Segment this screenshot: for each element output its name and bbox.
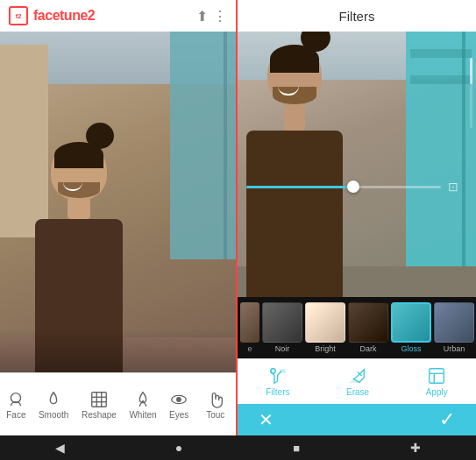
erase-icon	[348, 366, 367, 386]
filter-noir[interactable]: Noir	[262, 302, 302, 353]
filter-noir-label: Noir	[275, 344, 290, 353]
person-right	[246, 131, 343, 297]
nav-bar: ◀ ● ■ ✚	[0, 435, 476, 460]
whiten-icon	[133, 390, 153, 409]
apply-icon	[427, 366, 446, 386]
action-apply[interactable]: Apply	[426, 366, 448, 397]
logo-box: f2	[9, 6, 28, 25]
tool-whiten-label: Whiten	[129, 410, 156, 420]
svg-rect-10	[430, 369, 444, 384]
tool-face-label: Face	[6, 410, 25, 420]
upload-icon[interactable]: ⬆	[196, 8, 208, 25]
filters-label: Filters	[266, 387, 289, 397]
left-header: f2 facetune2 ⬆ ⋮	[0, 0, 238, 32]
svg-point-8	[281, 370, 286, 373]
plus-nav-icon[interactable]: ✚	[410, 441, 421, 455]
tool-touch[interactable]: Touc	[202, 390, 230, 420]
scroll-bar	[470, 58, 472, 128]
left-image	[0, 32, 236, 372]
tool-eyes[interactable]: Eyes	[169, 390, 188, 420]
right-panel: ⊡ e Noir Bright	[238, 32, 476, 435]
right-image: ⊡	[238, 32, 476, 297]
svg-point-0	[11, 393, 21, 402]
filter-bright-label: Bright	[315, 344, 336, 353]
left-toolbar: Face Smooth Reshape	[0, 372, 236, 435]
tool-smooth[interactable]: Smooth	[39, 390, 68, 420]
slider-thumb[interactable]	[347, 180, 359, 193]
tool-whiten[interactable]: Whiten	[129, 390, 156, 420]
slider-container[interactable]: ⊡	[246, 180, 458, 194]
tool-reshape-label: Reshape	[82, 410, 117, 420]
cancel-button[interactable]: ✕	[259, 409, 274, 430]
filter-strip: e Noir Bright Dark Gloss	[238, 297, 476, 358]
back-nav-icon[interactable]: ◀	[55, 441, 65, 455]
more-icon[interactable]: ⋮	[213, 8, 227, 25]
right-header: Filters	[238, 0, 476, 32]
action-filters[interactable]: Filters	[266, 366, 289, 397]
reshape-icon	[89, 390, 109, 409]
touch-icon	[206, 390, 225, 409]
filters-icon	[268, 366, 288, 386]
smooth-icon	[44, 390, 63, 409]
apply-label: Apply	[426, 387, 448, 397]
action-erase[interactable]: Erase	[346, 366, 369, 397]
eyes-icon	[169, 390, 188, 409]
filter-urban[interactable]: Urban	[434, 302, 474, 353]
app-title: facetune2	[33, 8, 95, 24]
filter-gloss-label: Gloss	[401, 344, 421, 353]
tool-touch-label: Touc	[206, 410, 224, 420]
face-icon	[6, 390, 25, 409]
zoom-icon: ⊡	[448, 180, 458, 194]
menu-nav-icon[interactable]: ■	[293, 442, 300, 455]
home-nav-icon[interactable]: ●	[175, 441, 182, 455]
confirm-bar: ✕ ✓	[238, 404, 476, 435]
svg-rect-1	[92, 392, 107, 407]
left-panel: Face Smooth Reshape	[0, 32, 238, 435]
filter-partial[interactable]: e	[240, 302, 259, 353]
action-bar: Filters Erase Apply	[238, 358, 476, 404]
panel-title: Filters	[339, 9, 375, 24]
filter-urban-label: Urban	[444, 344, 465, 353]
tool-face[interactable]: Face	[6, 390, 25, 420]
confirm-button[interactable]: ✓	[439, 408, 455, 431]
filter-gloss[interactable]: Gloss	[391, 302, 431, 353]
tool-eyes-label: Eyes	[169, 410, 188, 420]
filter-dark[interactable]: Dark	[348, 302, 388, 353]
svg-point-7	[177, 397, 181, 401]
filter-bright[interactable]: Bright	[305, 302, 345, 353]
tool-reshape[interactable]: Reshape	[82, 390, 117, 420]
tool-smooth-label: Smooth	[39, 410, 68, 420]
filter-dark-label: Dark	[359, 344, 376, 353]
erase-label: Erase	[346, 387, 369, 397]
